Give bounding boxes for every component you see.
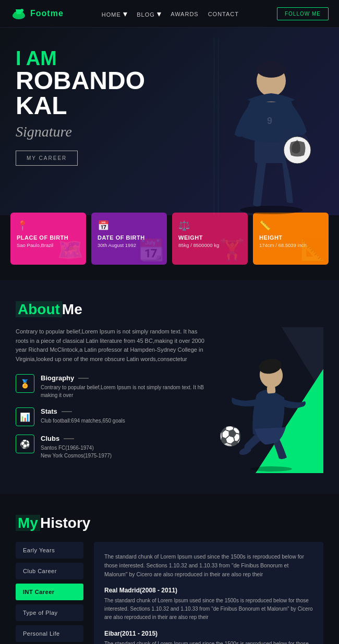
- biography-text: Contrary to popular belief,Lorem Ipsum i…: [41, 383, 209, 399]
- clubs-text: Santos FC(1966-1974) New York Cosmos(197…: [41, 444, 112, 460]
- about-content: Contrary to popular belief,Lorem Ipsum i…: [16, 327, 323, 473]
- about-biography: 🏅 Biography Contrary to popular belief,L…: [16, 374, 209, 399]
- stats-content: Stats Club football:694 matches,650 goal…: [41, 407, 125, 425]
- hero-text: I AM ROBANDO KAL Signature MY CAREER: [16, 48, 323, 166]
- about-clubs: ⚽ Clubs Santos FC(1966-1974) New York Co…: [16, 435, 209, 460]
- about-right-col: ⚽: [219, 327, 323, 473]
- svg-rect-17: [267, 386, 275, 393]
- biography-content: Biography Contrary to popular belief,Lor…: [41, 374, 209, 399]
- history-entry-text-0: The standard chunk of Lorem Ipsum used s…: [104, 597, 313, 622]
- hero-section: I AM ROBANDO KAL Signature MY CAREER: [0, 28, 339, 215]
- stat-bg-0: 🗺️: [57, 238, 83, 262]
- history-content: Early Years Club Career INT Career Type …: [16, 542, 323, 644]
- stat-height: 📏 Height 174cm / 68.5039 inch 📐: [253, 213, 329, 265]
- stat-birth-place: 📍 Place of Birth Sao Paulo,Brazil 🗺️: [10, 213, 86, 265]
- logo-icon: [10, 5, 27, 22]
- tab-personal-life[interactable]: Personal Life: [16, 625, 83, 642]
- history-title: MyHistory: [16, 515, 323, 531]
- stats-text: Club football:694 matches,650 goals: [41, 417, 125, 425]
- about-player-area: ⚽: [219, 327, 323, 473]
- about-ball: ⚽: [219, 426, 242, 447]
- history-panel-active: The standard chunk of Lorem Ipsum used s…: [94, 542, 323, 644]
- stat-bg-2: 🏋️: [219, 238, 245, 262]
- nav-blog[interactable]: BLOG ▾: [137, 9, 161, 19]
- stats-title: Stats: [41, 407, 125, 415]
- hero-signature: Signature: [16, 123, 323, 140]
- tab-int-career[interactable]: INT Career: [16, 584, 83, 600]
- biography-icon: 🏅: [16, 374, 34, 393]
- stat-bg-1: 📆: [138, 238, 164, 262]
- tab-early-years[interactable]: Early Years: [16, 542, 83, 559]
- history-tabs: Early Years Club Career INT Career Type …: [16, 542, 83, 644]
- svg-point-13: [250, 466, 292, 472]
- weight-icon: ⚖️: [178, 220, 241, 231]
- history-intro-text: The standard chunk of Lorem Ipsum used s…: [104, 552, 313, 578]
- hero-name-line2: KAL: [16, 93, 323, 118]
- logo[interactable]: Footme: [10, 5, 64, 22]
- stat-birth-date: 📅 Date of Birth 30th August 1992 📆: [91, 213, 167, 265]
- hero-iam: I AM: [16, 48, 323, 68]
- clubs-title: Clubs: [41, 435, 112, 442]
- history-panels: The standard chunk of Lorem Ipsum used s…: [83, 542, 323, 644]
- clubs-content: Clubs Santos FC(1966-1974) New York Cosm…: [41, 435, 112, 460]
- tab-club-career[interactable]: Club Career: [16, 563, 83, 579]
- svg-point-4: [20, 9, 23, 12]
- navbar: Footme HOME ▾ BLOG ▾ AWARDS CONTACT FOLL…: [0, 0, 339, 28]
- history-entry-text-1: The standard chunk of Lorem Ipsum used s…: [104, 640, 313, 644]
- history-section: MyHistory Early Years Club Career INT Ca…: [0, 494, 339, 644]
- date-icon: 📅: [98, 220, 161, 231]
- hero-name-line1: ROBANDO: [16, 68, 323, 93]
- career-button[interactable]: MY CAREER: [16, 151, 78, 166]
- place-icon: 📍: [17, 220, 80, 231]
- about-stats: 📊 Stats Club football:694 matches,650 go…: [16, 407, 209, 426]
- nav-awards[interactable]: AWARDS: [171, 9, 198, 18]
- svg-point-5: [240, 206, 302, 214]
- history-entry-0: Real Madrid(2008 - 2011) The standard ch…: [104, 587, 313, 622]
- follow-button[interactable]: FOLLOW ME: [277, 7, 329, 20]
- nav-contact[interactable]: CONTACT: [208, 9, 239, 18]
- tab-type-play[interactable]: Type of Play: [16, 604, 83, 621]
- about-section: AboutMe Contrary to popular belief,Lorem…: [0, 280, 339, 494]
- logo-text: Footme: [30, 9, 64, 18]
- about-player-silhouette: [219, 332, 313, 473]
- nav-links: HOME ▾ BLOG ▾ AWARDS CONTACT: [102, 9, 239, 19]
- biography-title: Biography: [41, 374, 209, 382]
- history-entry-title-0: Real Madrid(2008 - 2011): [104, 587, 313, 594]
- height-icon: 📏: [259, 220, 322, 231]
- history-entry-title-1: Eibar(2011 - 2015): [104, 630, 313, 637]
- stat-weight: ⚖️ Weight 85kg / 8500000 kg 🏋️: [172, 213, 248, 265]
- nav-home[interactable]: HOME ▾: [102, 9, 127, 19]
- stat-bg-3: 📐: [300, 238, 326, 262]
- about-description: Contrary to popular belief,Lorem Ipsum i…: [16, 327, 209, 364]
- about-title: AboutMe: [16, 301, 323, 318]
- history-entry-1: Eibar(2011 - 2015) The standard chunk of…: [104, 630, 313, 644]
- stats-cards: 📍 Place of Birth Sao Paulo,Brazil 🗺️ 📅 D…: [0, 213, 339, 280]
- stats-icon: 📊: [16, 407, 34, 426]
- clubs-icon: ⚽: [16, 435, 34, 453]
- about-left-col: Contrary to popular belief,Lorem Ipsum i…: [16, 327, 209, 473]
